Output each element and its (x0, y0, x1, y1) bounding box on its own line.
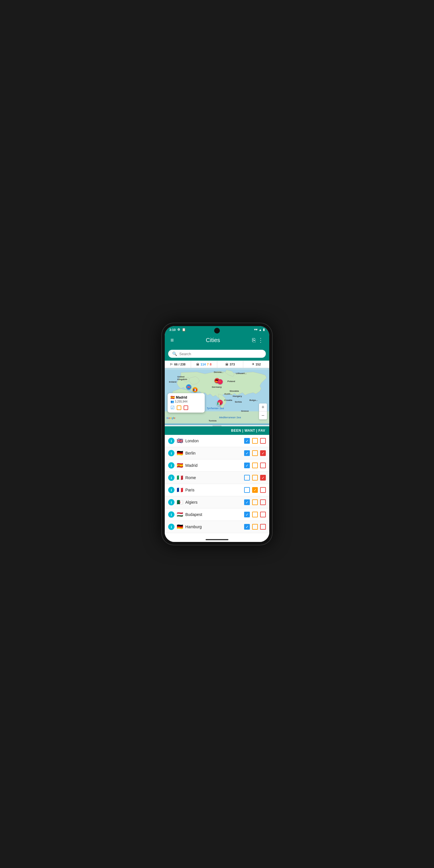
home-indicator (206, 539, 228, 540)
city-flag-paris: 🇫🇷 (177, 487, 183, 493)
want-check-paris[interactable]: ✓ (252, 487, 258, 493)
share-button[interactable]: ⎘ (251, 336, 257, 345)
countries-value: 66 / 238 (174, 363, 186, 366)
city-name-berlin: Berlin (185, 451, 242, 456)
pin-paris[interactable]: 🇫🇷 (192, 387, 197, 392)
popup-been-check[interactable]: ☑ (170, 405, 175, 410)
search-icon: 🔍 (172, 351, 177, 356)
been-check-madrid[interactable]: ✓ (244, 463, 250, 468)
city-flag-berlin: 🇩🇪 (177, 450, 183, 456)
map-zoom-controls: + − (259, 403, 267, 420)
popup-flag: 🇪🇸 (170, 396, 175, 399)
building-icon: 🏛 (196, 363, 199, 366)
city-list[interactable]: i 🇬🇧 London ✓ i 🇩🇪 Berlin ✓ ✓ (165, 435, 269, 537)
info-button-algiers[interactable]: i (168, 499, 175, 505)
monument-icon: 🏛 (225, 363, 228, 366)
fav-check-algiers[interactable] (260, 499, 266, 505)
google-logo: Google (166, 416, 175, 420)
list-item: i 🇫🇷 Paris ✓ (165, 484, 269, 496)
info-button-rome[interactable]: i (168, 474, 175, 481)
pin-london[interactable]: 🇬🇧 (186, 384, 191, 390)
list-item: i 🇩🇿 Algiers ✓ (165, 496, 269, 508)
city-name-budapest: Budapest (185, 512, 242, 517)
city-flag-madrid: 🇪🇸 (177, 462, 183, 469)
want-check-rome[interactable] (252, 475, 258, 480)
popup-population: 3,255,944 (175, 400, 188, 403)
list-item: i 🇩🇪 Hamburg ✓ (165, 521, 269, 533)
search-bar[interactable]: 🔍 (168, 350, 266, 358)
flights-value: 152 (255, 363, 261, 366)
cities-orange: 7 (207, 363, 209, 366)
info-button-budapest[interactable]: i (168, 512, 175, 518)
pin-berlin-heart[interactable]: ❤️ (218, 379, 223, 384)
search-bar-container: 🔍 (165, 347, 269, 361)
city-flag-hamburg: 🇩🇪 (177, 524, 183, 530)
cities-red: 8 (210, 363, 212, 366)
info-button-london[interactable]: i (168, 438, 175, 444)
fav-check-hamburg[interactable] (260, 524, 266, 530)
signal-icon: ▲ (259, 328, 262, 332)
been-check-london[interactable]: ✓ (244, 438, 250, 444)
popup-fav-check[interactable] (184, 405, 188, 410)
menu-button[interactable]: ≡ (169, 336, 175, 345)
info-button-berlin[interactable]: i (168, 450, 175, 456)
monuments-stat: 🏛 373 (217, 361, 244, 368)
flights-stat: ✈ 152 (243, 361, 269, 368)
wifi-icon: ▾▾ (254, 328, 257, 332)
fav-check-rome[interactable]: ✓ (260, 475, 266, 480)
fav-check-berlin[interactable]: ✓ (260, 450, 266, 456)
want-check-algiers[interactable] (252, 499, 258, 505)
been-check-budapest[interactable]: ✓ (244, 512, 250, 517)
fav-check-london[interactable] (260, 438, 266, 444)
cities-stat: 🏛 114 7 8 (191, 361, 217, 368)
info-button-paris[interactable]: i (168, 487, 175, 493)
been-check-rome[interactable] (244, 475, 250, 480)
monuments-value: 373 (229, 363, 235, 366)
info-button-hamburg[interactable]: i (168, 524, 175, 530)
fav-check-paris[interactable] (260, 487, 266, 493)
want-check-berlin[interactable] (252, 450, 258, 456)
list-item: i 🇭🇺 Budapest ✓ (165, 508, 269, 521)
want-check-london[interactable] (252, 438, 258, 444)
pin-rome[interactable]: 🇮🇹 (216, 401, 222, 406)
city-flag-budapest: 🇭🇺 (177, 512, 183, 518)
map-container[interactable]: Ireland UnitedKingdom Denma... Lithuani.… (165, 368, 269, 425)
city-name-algiers: Algiers (185, 500, 242, 504)
popup-people-icon: 👥 (170, 400, 174, 403)
been-check-hamburg[interactable]: ✓ (244, 524, 250, 530)
battery-icon: ▮ (263, 328, 265, 332)
been-check-berlin[interactable]: ✓ (244, 450, 250, 456)
list-header: BEEN | WANT | FAV (165, 426, 269, 435)
city-name-madrid: Madrid (185, 463, 242, 468)
list-header-labels: BEEN | WANT | FAV (231, 429, 265, 433)
popup-city: Madrid (176, 396, 187, 399)
more-menu-button[interactable]: ⋮ (257, 336, 265, 345)
stats-bar: 🏳 66 / 238 🏛 114 7 8 🏛 373 ✈ 152 (165, 361, 269, 368)
page-title: Cities (175, 337, 251, 343)
info-button-madrid[interactable]: i (168, 462, 175, 469)
popup-want-check[interactable] (177, 405, 181, 410)
city-flag-rome: 🇮🇹 (177, 474, 183, 481)
sim-icon: 📋 (182, 328, 186, 332)
zoom-out-button[interactable]: − (259, 411, 267, 420)
svg-rect-7 (165, 411, 269, 424)
flag-icon: 🏳 (170, 363, 173, 366)
want-check-budapest[interactable] (252, 512, 258, 517)
cities-blue: 114 (200, 363, 206, 366)
been-check-paris[interactable] (244, 487, 250, 493)
fav-check-madrid[interactable] (260, 463, 266, 468)
city-name-london: London (185, 439, 242, 443)
map-popup: 🇪🇸 Madrid 👥 3,255,944 ☑ (167, 393, 205, 412)
status-time: 3:10 (169, 328, 176, 332)
city-flag-london: 🇬🇧 (177, 438, 183, 444)
search-input[interactable] (179, 352, 262, 356)
settings-icon: ⚙ (177, 328, 180, 332)
zoom-in-button[interactable]: + (259, 403, 267, 411)
want-check-madrid[interactable] (252, 463, 258, 468)
city-name-paris: Paris (185, 488, 242, 492)
been-check-algiers[interactable]: ✓ (244, 499, 250, 505)
city-flag-algiers: 🇩🇿 (177, 499, 183, 505)
fav-check-budapest[interactable] (260, 512, 266, 517)
want-check-hamburg[interactable] (252, 524, 258, 530)
list-item: i 🇮🇹 Rome ✓ (165, 472, 269, 484)
